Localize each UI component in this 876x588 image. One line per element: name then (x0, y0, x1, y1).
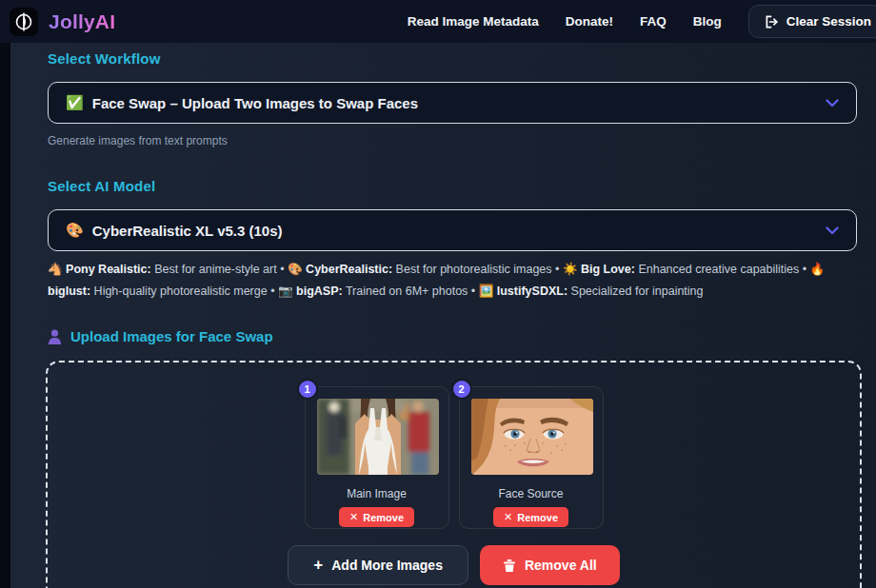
nav-link-blog[interactable]: Blog (693, 14, 722, 29)
uploaded-image-card-face: 2 (459, 386, 604, 529)
select-workflow-heading: Select Workflow (48, 50, 857, 67)
nav-link-read-image-metadata[interactable]: Read Image Metadata (408, 14, 539, 29)
model-info: 🐴 Pony Realistic: Best for anime-style a… (48, 259, 843, 302)
upload-actions-row: + Add More Images Remove All (48, 545, 860, 585)
main-panel: Select Workflow ✅ Face Swap – Upload Two… (10, 43, 876, 588)
add-more-images-button[interactable]: + Add More Images (288, 545, 468, 585)
remove-image-button[interactable]: ✕ Remove (339, 507, 414, 527)
clear-session-button[interactable]: Clear Session (748, 5, 876, 38)
plus-icon: + (313, 556, 323, 575)
upload-dropzone[interactable]: 1 (46, 361, 862, 588)
model-select[interactable]: 🎨 CyberRealistic XL v5.3 (10s) (48, 209, 857, 251)
model-selected-value: CyberRealistic XL v5.3 (10s) (92, 223, 283, 239)
clear-session-label: Clear Session (786, 14, 871, 29)
image-number-badge: 2 (451, 379, 472, 400)
workflow-caption: Generate images from text prompts (48, 134, 857, 147)
image-number-badge: 1 (297, 379, 318, 400)
image-role-label: Face Source (471, 487, 591, 500)
upload-images-heading: Upload Images for Face Swap (48, 328, 857, 344)
main-image-thumbnail[interactable] (317, 399, 439, 475)
remove-image-button[interactable]: ✕ Remove (493, 507, 568, 527)
workflow-select[interactable]: ✅ Face Swap – Upload Two Images to Swap … (48, 82, 857, 124)
nav-links: Read Image MetadataDonate!FAQBlog (408, 14, 722, 29)
brand-title[interactable]: JollyAI (49, 10, 115, 33)
person-icon (48, 329, 62, 344)
chevron-down-icon (826, 99, 839, 108)
jollyai-logo-icon[interactable] (10, 8, 38, 36)
select-ai-model-heading: Select AI Model (48, 178, 857, 194)
logout-icon (765, 15, 779, 29)
palette-icon: 🎨 (66, 222, 84, 239)
navbar: JollyAI Read Image MetadataDonate!FAQBlo… (0, 0, 876, 43)
chevron-down-icon (826, 226, 839, 235)
trash-icon (503, 559, 516, 573)
face-source-thumbnail[interactable] (471, 399, 593, 475)
remove-all-button[interactable]: Remove All (480, 545, 620, 585)
x-icon: ✕ (349, 511, 358, 523)
image-role-label: Main Image (317, 487, 437, 500)
upload-heading-label: Upload Images for Face Swap (70, 328, 273, 344)
nav-link-donate[interactable]: Donate! (566, 14, 613, 29)
uploaded-images-row: 1 (48, 386, 860, 529)
workflow-selected-value: Face Swap – Upload Two Images to Swap Fa… (92, 95, 418, 111)
nav-link-faq[interactable]: FAQ (640, 14, 667, 29)
x-icon: ✕ (504, 511, 512, 523)
checkbox-icon: ✅ (66, 94, 84, 111)
uploaded-image-card-main: 1 (305, 386, 449, 529)
